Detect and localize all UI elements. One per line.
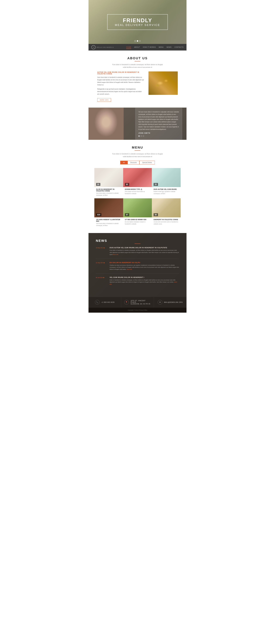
- news-item-2: 21 May 2014 ▶ EO DOLOR IN HENDRERIT IN V…: [96, 262, 179, 274]
- about-image-inner: [148, 72, 178, 95]
- menu-item-6: $6 ENDRERIT IN VOLESTIE CONSE Ut wisi en…: [152, 198, 181, 228]
- menu-section: MENU Fure dolor in hendrerit in volestie…: [88, 140, 187, 233]
- menu-item-1-image: $5: [94, 168, 123, 187]
- menu-title: MENU: [94, 146, 181, 150]
- menu-filters: All Discounts Special dishes: [94, 161, 181, 164]
- filter-all[interactable]: All: [120, 161, 127, 164]
- nav-link-home[interactable]: HOME: [126, 46, 131, 49]
- news-item-title-2: EO DOLOR IN HENDRERIT IN VULPU: [110, 262, 179, 264]
- menu-item-6-title: ENDRERIT IN VOLESTIE CONSE: [154, 219, 179, 220]
- news-item-body-3: Dolor in hendrerit in volestie consequat…: [110, 279, 179, 285]
- menu-item-1-title: OLOR IN HENDRERIT IN VOLESTIE CONSE: [96, 188, 121, 192]
- t-dot-3[interactable]: [143, 136, 144, 137]
- footer-phone: 📞 +1 800 603 6035: [88, 297, 121, 308]
- news-item-title-1: DUIS AUTEM VEL EUM IRIURE DOLOR IN HENDR…: [110, 247, 179, 248]
- news-list: 18 May 2014 ▶ DUIS AUTEM VEL EUM IRIURE …: [96, 247, 179, 288]
- news-title: NEWS: [96, 239, 179, 243]
- footer-address-text: 1870 ST. VINCENT PLACE,GLASGOW, DC 45 FR…: [131, 300, 151, 305]
- testimonial-face: [88, 108, 124, 140]
- email-icon: ✉: [158, 300, 162, 304]
- news-more-2[interactable]: More info: [127, 268, 132, 270]
- menu-item-4-price: $10: [96, 213, 101, 216]
- menu-item-6-desc: Ut wisi enim ad minim iurlor in hendreri…: [154, 221, 179, 225]
- testimonial-box: Vel eum iriure dolor in hendrerit in vul…: [135, 108, 182, 140]
- logo-icon: ⊙: [91, 45, 95, 49]
- about-subtitle: Fure dolor in hendrerit in volestie cons…: [111, 64, 164, 68]
- menu-item-3-price: $3: [154, 183, 158, 186]
- menu-item-4-image: $10: [94, 198, 123, 217]
- menu-item-3-desc: Eodem modo typi, quodret in volestie con…: [154, 191, 179, 195]
- footer-contact: 📞 +1 800 603 6035 📍 1870 ST. VINCENT PLA…: [88, 297, 187, 308]
- filter-special[interactable]: Special dishes: [139, 161, 155, 164]
- phone-icon: 📞: [95, 300, 100, 304]
- menu-item-1-price: $5: [96, 183, 100, 186]
- hero-dot-2[interactable]: [137, 40, 138, 42]
- menu-item-3: $3 DUIS AUTEM VEL EUM IRIURE Eodem modo …: [152, 168, 181, 198]
- testimonial-name: JOHN SMITH: [138, 132, 179, 134]
- menu-item-5-title: UT WIS ENIM AD MINIM VEN: [125, 219, 150, 220]
- more-info-button[interactable]: MORE INFO: [97, 98, 111, 102]
- nav-item-how-it-works[interactable]: HOW IT WORKS: [143, 46, 156, 49]
- nav-item-home[interactable]: HOME: [126, 46, 131, 49]
- nav-link-news[interactable]: NEWS: [167, 46, 172, 48]
- hero-subtitle: MEAL DELIVERY SERVICE: [115, 24, 160, 27]
- news-item-title-3: VEL EUM IRIURE DOLOR IN HENDRERIT I: [110, 276, 179, 278]
- news-date-2: 21 May 2014 ▶: [96, 262, 107, 270]
- about-text-block: AUTEM VEL EUM IRIURE DOLOR IN HENDRERIT …: [97, 72, 144, 102]
- nav-logo: ⊙ MEALS ON WHEELS: [91, 45, 114, 49]
- testimonial-content: Vel eum iriure dolor in hendrerit in vul…: [124, 108, 187, 140]
- footer-phone-text: +1 800 603 6035: [101, 302, 115, 303]
- t-dot-2[interactable]: [141, 136, 142, 137]
- news-content-1: DUIS AUTEM VEL EUM IRIURE DOLOR IN HENDR…: [110, 247, 179, 256]
- menu-item-5-image: $7: [123, 198, 152, 217]
- footer-address: 📍 1870 ST. VINCENT PLACE,GLASGOW, DC 45 …: [121, 297, 154, 308]
- news-section: NEWS 18 May 2014 ▶ DUIS AUTEM VEL EUM IR…: [88, 233, 187, 297]
- about-section: ABOUT US Fure dolor in hendrerit in vole…: [88, 50, 187, 108]
- about-title: ABOUT US: [97, 56, 178, 60]
- nav-item-about[interactable]: ABOUT: [134, 46, 140, 49]
- news-item-body-2: Claritas est etiam processus dynamicus, …: [110, 264, 179, 270]
- menu-item-6-price: $6: [154, 213, 158, 216]
- news-body-text-1: Fure dolor in hendrerit in volestie cons…: [110, 250, 179, 255]
- footer-bottom: Copyright © 2014 | Privacy Policy: [88, 308, 187, 313]
- hero-dot-1[interactable]: [134, 40, 136, 42]
- hero-content-box: FRIENDLY MEAL DELIVERY SERVICE: [107, 14, 168, 30]
- hero-title: FRIENDLY: [115, 18, 160, 24]
- news-content-3: VEL EUM IRIURE DOLOR IN HENDRERIT I Dolo…: [110, 276, 179, 285]
- hero-slider-dots: [134, 40, 141, 42]
- menu-item-3-image: $3: [152, 168, 181, 187]
- nav-link-contacts[interactable]: CONTACTS: [175, 46, 184, 48]
- filter-discounts[interactable]: Discounts: [128, 161, 140, 164]
- testimonial-portrait: [88, 108, 124, 140]
- menu-item-2: $2 EODEM MODO TYPI, Q Duis autem vel eum…: [123, 168, 152, 198]
- testimonial-slider-dots: [138, 136, 179, 137]
- menu-item-6-image: $6: [152, 198, 181, 217]
- news-date-3: 06 Jun 2014 ▶: [96, 276, 107, 285]
- nav-item-news[interactable]: NEWS: [167, 46, 172, 49]
- location-icon: 📍: [124, 300, 129, 304]
- about-body-2: Relegendis is eja qul facit eurum clarit…: [97, 88, 144, 95]
- nav-link-about[interactable]: ABOUT: [134, 46, 140, 48]
- menu-item-5-desc: Ea non habent claritatem insitam in hend…: [125, 221, 150, 225]
- news-body-text-3: Dolor in hendrerit in volestie consequat…: [110, 279, 175, 283]
- menu-item-6-info: ENDRERIT IN VOLESTIE CONSE Ut wisi enim …: [152, 217, 181, 227]
- nav-item-contacts[interactable]: CONTACTS: [175, 46, 184, 49]
- menu-title-line: [135, 150, 140, 150]
- hero-dot-3[interactable]: [139, 40, 141, 42]
- menu-item-1: $5 OLOR IN HENDRERIT IN VOLESTIE CONSE V…: [94, 168, 123, 198]
- about-highlight: AUTEM VEL EUM IRIURE DOLOR IN HENDRERIT …: [97, 72, 144, 75]
- nav-item-menu[interactable]: MENU: [159, 46, 164, 49]
- t-dot-1[interactable]: [138, 136, 140, 137]
- nav-link-menu[interactable]: MENU: [159, 46, 164, 48]
- news-date-1: 18 May 2014 ▶: [96, 247, 107, 256]
- menu-item-2-price: $2: [125, 183, 129, 186]
- news-more-1[interactable]: More info: [113, 254, 118, 255]
- footer-email: ✉ MAIL@DEMOLINK.ORG: [154, 297, 187, 308]
- about-image: [148, 72, 178, 95]
- hero-section: FRIENDLY MEAL DELIVERY SERVICE: [88, 0, 187, 44]
- menu-item-2-desc: Duis autem vel eum iriure dolor ac hendr…: [125, 191, 150, 195]
- menu-item-4-desc: Vum iriure dolor in hendrerit in volesti…: [96, 222, 121, 226]
- nav-link-how-it-works[interactable]: HOW IT WORKS: [143, 46, 156, 48]
- news-body-text-2: Claritas est etiam processus dynamicus, …: [110, 264, 179, 270]
- testimonial-section: Vel eum iriure dolor in hendrerit in vul…: [88, 108, 187, 140]
